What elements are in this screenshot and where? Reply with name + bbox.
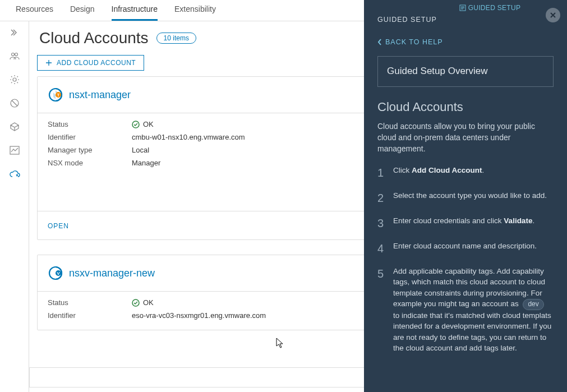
svg-point-1 [15, 53, 17, 56]
sidebar-item-box-icon[interactable] [9, 121, 20, 132]
field-value: Manager [132, 159, 160, 167]
help-step: 4 Enter cloud account name and descripti… [377, 241, 554, 257]
back-to-help-link[interactable]: BACK TO HELP [377, 37, 554, 47]
guided-setup-title: GUIDED SETUP [377, 15, 554, 25]
svg-text:T: T [57, 93, 60, 98]
help-heading: Cloud Accounts [377, 98, 554, 116]
ok-check-icon [132, 121, 140, 128]
help-step: 1 Click Add Cloud Account. [377, 165, 554, 181]
sidebar-item-deny-icon[interactable] [9, 98, 20, 109]
help-intro: Cloud accounts allow you to bring your p… [377, 121, 554, 155]
help-step: 3 Enter cloud credentials and click Vali… [377, 215, 554, 232]
chevron-left-icon [377, 39, 382, 45]
sidebar-item-users-icon[interactable] [9, 50, 20, 62]
close-help-button[interactable] [546, 8, 560, 22]
help-step: 5 Add applicable capability tags. Add ca… [377, 266, 554, 354]
sidebar-item-settings-icon[interactable] [9, 74, 20, 85]
ok-check-icon [132, 299, 140, 307]
card-title-link[interactable]: nsxv-manager-new [69, 268, 155, 279]
sidebar-item-cloud-icon[interactable] [9, 168, 20, 179]
field-label: Identifier [48, 133, 132, 141]
left-sidebar [0, 21, 29, 392]
tab-resources[interactable]: Resources [16, 4, 53, 21]
field-value: OK [143, 120, 154, 128]
field-label: Status [48, 120, 132, 128]
sidebar-item-chart-icon[interactable] [9, 145, 20, 156]
tab-infrastructure[interactable]: Infrastructure [112, 4, 158, 21]
add-cloud-account-button[interactable]: ADD CLOUD ACCOUNT [37, 55, 144, 71]
items-count-pill: 10 items [156, 33, 196, 44]
field-value: cmbu-w01-nsx10.eng.vmware.com [132, 133, 245, 141]
help-panel: GUIDED SETUP GUIDED SETUP BACK TO HELP G… [364, 0, 567, 392]
dev-tag-chip: dev [523, 299, 543, 310]
field-label: NSX mode [48, 159, 132, 167]
nsx-v-icon: V [48, 265, 63, 281]
field-label: Manager type [48, 146, 132, 154]
field-label: Identifier [48, 311, 132, 320]
plus-icon [45, 59, 52, 66]
open-link[interactable]: OPEN [48, 222, 69, 230]
page-title: Cloud Accounts [39, 29, 149, 47]
field-value: eso-vra-vc03-nsxmgr01.eng.vmware.com [132, 311, 266, 320]
card-title-link[interactable]: nsxt-manager [69, 89, 131, 101]
nsx-t-icon: T [48, 87, 63, 103]
tab-design[interactable]: Design [70, 4, 95, 21]
svg-text:V: V [57, 271, 60, 276]
add-button-label: ADD CLOUD ACCOUNT [57, 59, 136, 67]
guided-setup-breadcrumb[interactable]: GUIDED SETUP [459, 3, 520, 13]
svg-point-0 [11, 53, 14, 56]
svg-point-2 [13, 78, 16, 81]
tab-extensibility[interactable]: Extensibility [174, 4, 216, 21]
field-value: OK [143, 298, 154, 307]
help-step: 2 Select the account type you would like… [377, 190, 554, 206]
field-value: Local [132, 146, 149, 154]
sidebar-expand-icon[interactable] [9, 27, 20, 38]
close-icon [550, 12, 556, 19]
field-label: Status [48, 298, 132, 307]
overview-box[interactable]: Guided Setup Overview [377, 56, 554, 87]
